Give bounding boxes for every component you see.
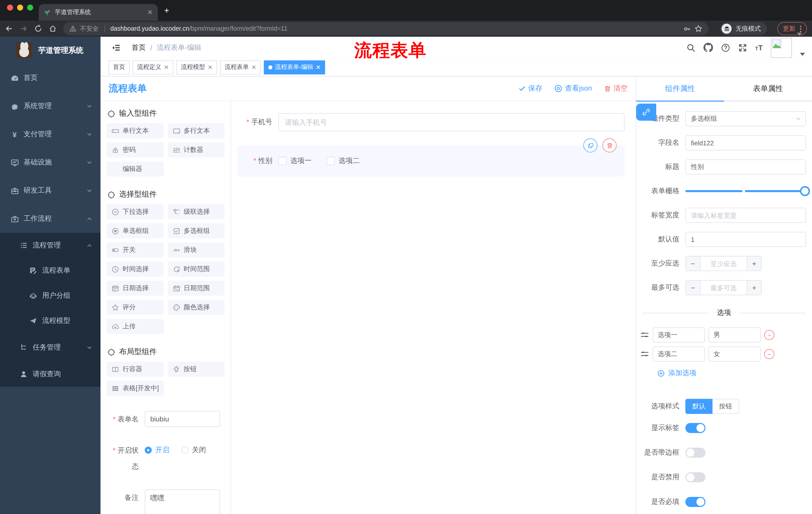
sidebar-item-devtools[interactable]: 研发工具 <box>0 177 100 205</box>
title-input[interactable] <box>685 159 806 174</box>
tag-process-model[interactable]: 流程模型 ✕ <box>176 60 217 74</box>
minus-icon[interactable]: − <box>686 281 700 295</box>
show-label-toggle[interactable] <box>685 423 705 433</box>
component-time-range[interactable]: 时间范围 <box>168 262 225 277</box>
url-text[interactable]: dashboard.yudao.iocoder.cn/bpm/manager/f… <box>110 25 287 32</box>
link-tag[interactable] <box>636 104 656 121</box>
window-controls[interactable] <box>7 4 33 10</box>
component-button[interactable]: 按钮 <box>168 361 225 377</box>
tab-form-props[interactable]: 表单属性 <box>724 77 812 101</box>
sidebar-item-process-form[interactable]: 流程表单 <box>0 258 100 283</box>
minimize-window-button[interactable] <box>17 4 23 10</box>
remove-option-icon[interactable]: − <box>764 349 774 359</box>
phone-input[interactable] <box>279 113 625 131</box>
form-name-input[interactable] <box>145 411 220 427</box>
component-counter[interactable]: 123 计数器 <box>168 142 225 157</box>
component-switch[interactable]: 开关 <box>107 242 164 258</box>
component-slider[interactable]: 滑块 <box>168 242 225 258</box>
tab-component-props[interactable]: 组件属性 <box>636 77 724 101</box>
reload-icon[interactable] <box>34 25 42 33</box>
sidebar-fold-icon[interactable] <box>112 43 121 52</box>
delete-component-button[interactable] <box>603 138 616 153</box>
sidebar-item-user-group[interactable]: 用户分组 <box>0 283 100 308</box>
component-date-range[interactable]: 日期范围 <box>168 281 225 296</box>
sidebar-item-process-mgmt[interactable]: 流程管理 <box>0 233 100 258</box>
component-table[interactable]: 表格[开发中] <box>107 381 164 396</box>
style-button-button[interactable]: 按钮 <box>713 399 739 414</box>
remove-option-icon[interactable]: − <box>764 330 774 340</box>
min-select-input[interactable] <box>700 256 747 271</box>
required-toggle[interactable] <box>685 497 705 507</box>
border-toggle[interactable] <box>685 448 705 458</box>
component-single-text[interactable]: 单行文本 <box>107 123 164 138</box>
help-icon[interactable] <box>721 43 730 52</box>
form-remark-input[interactable]: 嘿嘿 <box>145 489 220 514</box>
component-cascader[interactable]: 级联选择 <box>168 204 225 219</box>
sidebar-item-payment[interactable]: ¥ 支付管理 <box>0 120 100 148</box>
phone-field-row[interactable]: 手机号 <box>237 113 625 131</box>
fullscreen-icon[interactable] <box>738 43 747 52</box>
github-icon[interactable] <box>703 43 713 52</box>
tag-close-icon[interactable]: ✕ <box>164 64 169 71</box>
avatar[interactable] <box>771 37 792 58</box>
gender-field-row-selected[interactable]: 性别 选项一 选项二 <box>237 145 625 177</box>
browser-tab[interactable]: 芋道管理系统 ✕ <box>39 4 158 21</box>
tag-process-form-edit[interactable]: 流程表单-编辑 ✕ <box>264 60 325 74</box>
gender-option-1[interactable]: 选项一 <box>279 156 312 165</box>
browser-menu-icon[interactable] <box>800 25 802 32</box>
sidebar-item-infra[interactable]: 基础设施 <box>0 148 100 177</box>
default-value-input[interactable] <box>685 232 806 247</box>
status-off-radio[interactable]: 关闭 <box>181 445 206 455</box>
copy-component-button[interactable] <box>583 138 598 153</box>
component-rate[interactable]: 评分 <box>107 300 164 315</box>
component-textarea[interactable]: 多行文本 <box>168 123 225 138</box>
tag-close-icon[interactable]: ✕ <box>316 64 321 71</box>
gender-option-2[interactable]: 选项二 <box>327 156 360 165</box>
clear-button[interactable]: 清空 <box>604 84 628 93</box>
tag-close-icon[interactable]: ✕ <box>207 64 212 71</box>
tag-home[interactable]: 首页 <box>109 60 129 74</box>
tab-close-icon[interactable]: ✕ <box>147 8 153 16</box>
component-select[interactable]: 下拉选择 <box>107 204 164 219</box>
drag-handle-icon[interactable] <box>640 350 649 359</box>
checkbox-icon[interactable] <box>279 157 286 165</box>
option-2-label-input[interactable] <box>653 347 705 361</box>
sidebar-item-workflow[interactable]: 工作流程 <box>0 205 100 233</box>
add-option-button[interactable]: 添加选项 <box>657 369 812 378</box>
option-1-label-input[interactable] <box>653 327 705 343</box>
search-icon[interactable] <box>686 43 695 52</box>
component-password[interactable]: 密码 <box>107 142 164 157</box>
plus-icon[interactable]: + <box>747 281 761 295</box>
key-icon[interactable] <box>684 25 691 32</box>
component-type-select[interactable] <box>685 111 806 126</box>
drag-handle-icon[interactable] <box>640 330 649 340</box>
minus-icon[interactable]: − <box>686 256 700 271</box>
label-width-input[interactable] <box>685 208 806 223</box>
component-row-container[interactable]: 行容器 <box>107 361 164 377</box>
browser-update-button[interactable]: 更新 <box>777 22 807 35</box>
sidebar-item-home[interactable]: 首页 <box>0 64 100 92</box>
font-size-icon[interactable]: TT <box>755 43 763 52</box>
bookmark-star-icon[interactable] <box>694 25 702 33</box>
component-editor[interactable]: 编辑器 <box>107 161 164 177</box>
tag-process-definition[interactable]: 流程定义 ✕ <box>133 60 173 74</box>
sidebar-logo[interactable]: 芋道管理系统 <box>0 37 100 64</box>
option-1-value-input[interactable] <box>708 327 761 343</box>
back-icon[interactable] <box>5 25 13 33</box>
sidebar-item-system[interactable]: 系统管理 <box>0 92 100 120</box>
disabled-toggle[interactable] <box>685 472 705 482</box>
field-name-input[interactable] <box>685 135 806 151</box>
toolbar-caret-icon[interactable] <box>797 33 802 36</box>
sidebar-item-process-model[interactable]: 流程模型 <box>0 308 100 333</box>
status-on-radio[interactable]: 开启 <box>145 445 169 455</box>
new-tab-button[interactable]: + <box>164 6 169 15</box>
avatar-caret-icon[interactable] <box>800 53 805 56</box>
slider-handle[interactable] <box>800 186 810 196</box>
component-color-picker[interactable]: 颜色选择 <box>168 300 225 315</box>
tag-close-icon[interactable]: ✕ <box>251 64 256 71</box>
component-upload[interactable]: 上传 <box>107 319 164 334</box>
tag-process-form[interactable]: 流程表单 ✕ <box>220 60 261 74</box>
checkbox-icon[interactable] <box>327 157 335 165</box>
component-time-picker[interactable]: 时间选择 <box>107 262 164 277</box>
home-icon[interactable] <box>49 25 57 33</box>
